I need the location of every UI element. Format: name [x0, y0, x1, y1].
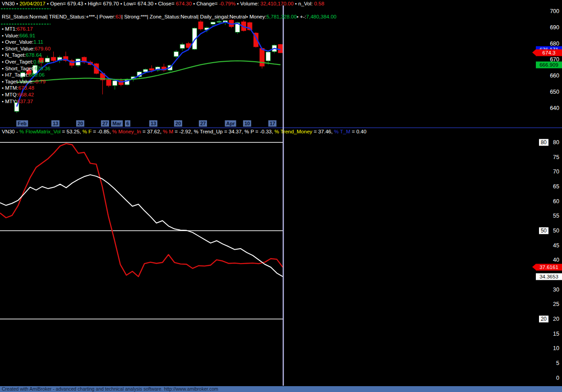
text-segment: 0.58	[314, 1, 324, 6]
text-segment: % M	[163, 129, 173, 134]
text-segment: VN30 -	[2, 129, 19, 134]
date-axis-label: 6	[125, 120, 130, 127]
text-segment: | Strong:***| Zone_Status:Neutral| Daily…	[121, 14, 267, 19]
indicator-label: Over_Taget:	[5, 59, 33, 64]
date-axis[interactable]: Feb132027Mar6132027Apr1017	[0, 120, 562, 128]
chart-canvas[interactable]	[0, 0, 562, 392]
candle-body	[149, 68, 154, 70]
text-segment: RSI_Status:Normal| TREND_Status:+***-| P…	[2, 14, 115, 19]
text-segment: VN30	[2, 1, 15, 6]
indicator-item: • Short_Value:679.60	[2, 46, 51, 52]
candle-body	[198, 22, 203, 29]
text-segment: •	[15, 1, 19, 6]
indicator-label: MT1:	[5, 26, 17, 32]
indicator-item: • Taget-Value:-0.79	[2, 78, 51, 85]
candle-body	[51, 57, 56, 60]
text-segment: % Money_In	[112, 129, 141, 134]
indicator-item: • H7_Taget:680.06	[2, 72, 51, 78]
date-axis-label: 20	[76, 120, 84, 127]
date-axis-label: 10	[243, 120, 251, 127]
ma-fast-line	[17, 22, 281, 106]
date-axis-label: 27	[101, 120, 109, 127]
date-axis-label: Mar	[111, 120, 123, 127]
date-axis-label: 13	[51, 120, 60, 127]
date-axis-label: 13	[149, 120, 157, 127]
indicator-item: • N_Taget:678.64	[2, 52, 51, 59]
indicator-label: MTQ:	[5, 92, 18, 97]
indicator-item: • MTY:637.37	[2, 98, 51, 105]
text-segment: 674.30	[176, 1, 192, 6]
text-segment: 63	[115, 14, 121, 19]
candle-body	[217, 22, 221, 23]
text-segment: % FlowMatrix_Vol	[19, 129, 60, 134]
date-axis-label: 20	[174, 120, 182, 127]
text-segment: • Change=	[192, 1, 219, 6]
indicator-label: MTM:	[5, 85, 18, 91]
indicator-value: -0.79	[34, 79, 46, 84]
date-axis-label: Apr	[225, 120, 236, 127]
indicator-label: Over_Value:	[5, 39, 33, 45]
oscillator-line	[0, 144, 283, 277]
text-segment: = -2.92, % Trend_Up = 34.37, % P = -0.33…	[173, 129, 275, 134]
indicator-label: N_Taget:	[5, 52, 26, 58]
status-line: RSI_Status:Normal| TREND_Status:+***-| P…	[2, 14, 336, 19]
indicator-label: MTY:	[5, 99, 17, 104]
indicator-label: Short_Value:	[5, 46, 35, 51]
indicator-value: 666.91	[19, 33, 35, 38]
indicator-value: 673.48	[18, 85, 34, 91]
indicator-item: • Over_Value:1.11	[2, 39, 51, 46]
date-axis-label: Feb	[16, 120, 28, 127]
candle-body	[180, 44, 184, 48]
text-segment: 32,410,170.00	[260, 1, 294, 6]
text-segment: • +-:	[297, 14, 306, 19]
candle-body	[143, 69, 148, 72]
text-segment: • n_Vol:	[294, 1, 314, 6]
text-segment: % T_M	[334, 129, 350, 134]
credit-text: Created with AmiBroker - advanced charti…	[2, 386, 218, 392]
indicator-item: • Value:666.91	[2, 32, 51, 39]
text-segment: % Trend_Money	[275, 129, 313, 134]
text-segment: • Open= 679.43 • High= 679.70 • Low= 674…	[46, 1, 176, 6]
text-segment: % F	[83, 129, 92, 134]
candle-body	[174, 52, 179, 57]
indicator-item: • MT1:676.17	[2, 26, 51, 32]
candle-body	[266, 52, 271, 61]
indicator-value: 637.37	[17, 99, 33, 104]
text-segment: = 53.25,	[60, 129, 82, 134]
indicator-label: H7_Taget:	[5, 72, 28, 77]
indicator-value: 679.36	[34, 66, 50, 71]
indicator-label: Value:	[5, 33, 19, 38]
credit-bar: Created with AmiBroker - advanced charti…	[0, 386, 562, 392]
indicator-label: Taget-Value:	[5, 79, 34, 84]
candle-body	[260, 48, 264, 66]
indicator-item: • Short_Taget:679.36	[2, 65, 51, 72]
text-segment: 7,480,384.00	[306, 14, 336, 19]
amibroker-chart-window: VN30 • 20/04/2017 • Open= 679.43 • High=…	[0, 0, 562, 392]
indicator-item: • MTM:673.48	[2, 85, 51, 91]
indicator-value: 668.42	[18, 92, 34, 97]
quote-header: VN30 • 20/04/2017 • Open= 679.43 • High=…	[2, 1, 324, 6]
candle-body	[211, 22, 215, 24]
candle-body	[113, 81, 117, 86]
text-segment: -0.79%	[219, 1, 235, 6]
text-segment: 5,781,328.00	[267, 14, 297, 19]
indicator-label: Short_Taget:	[5, 66, 34, 71]
flowmatrix-title-line: VN30 - % FlowMatrix_Vol = 53.25, % F = -…	[2, 129, 366, 134]
indicator-value: 1.11	[33, 39, 43, 45]
indicator-value: 676.17	[17, 26, 32, 32]
indicator-value-list: • MT1:676.17• Value:666.91• Over_Value:1…	[2, 26, 51, 105]
date-axis-label: 17	[268, 120, 276, 127]
text-segment: = -0.85,	[92, 129, 112, 134]
oscillator-line	[0, 175, 283, 277]
indicator-value: 680.06	[29, 72, 45, 77]
date-axis-label: 27	[199, 120, 207, 127]
indicator-value: 0.64	[33, 59, 43, 64]
indicator-value: 678.64	[26, 52, 41, 58]
candle-body	[278, 45, 283, 53]
bullet-icon: •	[2, 79, 5, 84]
text-segment: 20/04/2017	[19, 1, 46, 6]
candle-body	[106, 80, 111, 86]
text-segment: = 37.46,	[312, 129, 334, 134]
indicator-item: • MTQ:668.42	[2, 91, 51, 98]
text-segment: = 0.40	[350, 129, 367, 134]
